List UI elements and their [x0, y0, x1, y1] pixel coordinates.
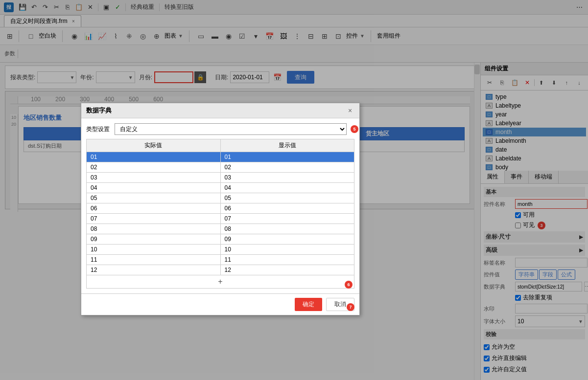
dict-display-8: 08: [220, 224, 354, 234]
dict-row-11[interactable]: 11 11: [87, 255, 354, 265]
modal-title: 数据字典: [86, 106, 112, 115]
modal-body: 类型设置 自定义 5 实际值 显示值 01: [81, 118, 359, 293]
dict-row-1[interactable]: 01 01: [87, 152, 354, 162]
dict-table-wrapper: 实际值 显示值 01 01 02 02 03 03: [86, 139, 354, 289]
dict-display-6: 06: [220, 203, 354, 214]
dict-actual-12: 12: [87, 265, 221, 275]
modal-header: 数据字典 ×: [81, 103, 359, 118]
col-display-header: 显示值: [220, 139, 354, 152]
annotation-7: 7: [347, 303, 354, 311]
confirm-button[interactable]: 确定: [295, 298, 322, 311]
type-label: 类型设置: [86, 125, 111, 134]
dict-row-9[interactable]: 09 09: [87, 234, 354, 245]
dict-actual-11: 11: [87, 255, 221, 265]
dict-display-12: 12: [220, 265, 354, 275]
dict-row-8[interactable]: 08 08: [87, 224, 354, 234]
dict-display-7: 07: [220, 214, 354, 224]
annotation-5: 5: [351, 125, 358, 133]
dict-table: 实际值 显示值 01 01 02 02 03 03: [86, 139, 354, 275]
modal-footer: 确定 取消 7: [81, 293, 359, 315]
dict-actual-2: 02: [87, 162, 221, 173]
dict-display-4: 04: [220, 183, 354, 193]
dict-actual-1: 01: [87, 152, 221, 162]
dict-display-9: 09: [220, 234, 354, 245]
dict-display-2: 02: [220, 162, 354, 173]
dict-actual-7: 07: [87, 214, 221, 224]
dict-actual-4: 04: [87, 183, 221, 193]
dict-actual-3: 03: [87, 173, 221, 183]
dict-actual-8: 08: [87, 224, 221, 234]
dict-header-row: 实际值 显示值: [87, 139, 354, 152]
dict-actual-5: 05: [87, 193, 221, 203]
dict-row-5[interactable]: 05 05: [87, 193, 354, 203]
dict-display-1: 01: [220, 152, 354, 162]
dict-row-4[interactable]: 04 04: [87, 183, 354, 193]
dict-row-6[interactable]: 06 06: [87, 203, 354, 214]
dict-row-2[interactable]: 02 02: [87, 162, 354, 173]
type-select-wrapper: 自定义 5: [115, 123, 354, 135]
dict-actual-6: 06: [87, 203, 221, 214]
col-actual-header: 实际值: [87, 139, 221, 152]
dict-row-10[interactable]: 10 10: [87, 245, 354, 255]
dict-display-11: 11: [220, 255, 354, 265]
dict-row-12[interactable]: 12 12: [87, 265, 354, 275]
data-dict-modal: 数据字典 × 类型设置 自定义 5 实际值 显示值: [81, 103, 360, 315]
dict-actual-10: 10: [87, 245, 221, 255]
type-select[interactable]: 自定义: [115, 123, 347, 135]
dict-row-7[interactable]: 07 07: [87, 214, 354, 224]
type-row: 类型设置 自定义 5: [86, 123, 354, 135]
dict-display-5: 05: [220, 193, 354, 203]
dict-row-3[interactable]: 03 03: [87, 173, 354, 183]
dict-add-row[interactable]: +: [86, 275, 354, 289]
dict-display-3: 03: [220, 173, 354, 183]
annotation-6: 6: [345, 281, 353, 289]
modal-overlay: 数据字典 × 类型设置 自定义 5 实际值 显示值: [0, 0, 588, 380]
dict-actual-9: 09: [87, 234, 221, 245]
modal-close-btn[interactable]: ×: [346, 106, 354, 115]
dict-display-10: 10: [220, 245, 354, 255]
